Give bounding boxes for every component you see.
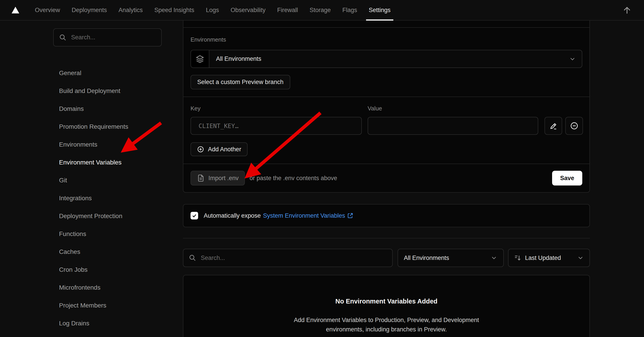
- auto-expose-checkbox[interactable]: [190, 212, 198, 219]
- save-button[interactable]: Save: [552, 171, 582, 185]
- sidebar-search-input[interactable]: [71, 34, 156, 41]
- import-env-button[interactable]: Import .env: [190, 171, 245, 185]
- card-divider: [183, 27, 590, 28]
- sidebar-item-integrations[interactable]: Integrations: [53, 189, 178, 207]
- sidebar-search-box[interactable]: [53, 28, 162, 46]
- sidebar-item-build-and-deployment[interactable]: Build and Deployment: [53, 82, 178, 100]
- plus-circle-icon: [197, 145, 204, 153]
- empty-state-card: No Environment Variables Added Add Envir…: [183, 275, 590, 337]
- sidebar-item-functions[interactable]: Functions: [53, 225, 178, 243]
- import-env-label: Import .env: [208, 175, 238, 182]
- paste-hint-text: or paste the .env contents above: [250, 171, 337, 185]
- top-nav: Overview Deployments Analytics Speed Ins…: [0, 0, 644, 20]
- tab-firewall[interactable]: Firewall: [271, 0, 304, 20]
- sidebar-item-cron-jobs[interactable]: Cron Jobs: [53, 261, 178, 279]
- search-icon: [189, 254, 196, 262]
- file-text-icon: [197, 174, 205, 182]
- tab-analytics[interactable]: Analytics: [113, 0, 148, 20]
- section-divider: [183, 238, 590, 238]
- tab-flags[interactable]: Flags: [336, 0, 363, 20]
- add-another-button[interactable]: Add Another: [190, 142, 248, 156]
- auto-expose-card: Automatically expose System Environment …: [183, 204, 590, 227]
- environments-select-value: All Environments: [209, 55, 569, 62]
- sidebar-item-environment-variables[interactable]: Environment Variables: [53, 154, 178, 171]
- sidebar-item-log-drains[interactable]: Log Drains: [53, 315, 178, 332]
- arrow-up-icon: [622, 5, 632, 15]
- scroll-to-top-button[interactable]: [622, 5, 632, 16]
- environment-variables-main: Environments All Environments Select a: [183, 20, 590, 337]
- sidebar-item-promotion-requirements[interactable]: Promotion Requirements: [53, 118, 178, 136]
- sidebar-item-deployment-protection[interactable]: Deployment Protection: [53, 207, 178, 225]
- settings-sidebar: General Build and Deployment Domains Pro…: [0, 20, 183, 337]
- empty-state-text-line1: Add Environment Variables to Production,…: [183, 315, 590, 325]
- system-env-vars-link[interactable]: System Environment Variables: [263, 212, 354, 219]
- env-var-editor-card: Environments All Environments Select a: [183, 20, 590, 193]
- remove-row-button[interactable]: [565, 117, 583, 135]
- tab-observability[interactable]: Observability: [225, 0, 271, 20]
- key-label: Key: [190, 105, 200, 112]
- sidebar-item-environments[interactable]: Environments: [53, 136, 178, 154]
- tab-settings[interactable]: Settings: [363, 0, 396, 20]
- sort-dropdown[interactable]: Last Updated: [508, 249, 590, 267]
- card-footer-divider: [183, 164, 590, 164]
- sidebar-item-microfrontends[interactable]: Microfrontends: [53, 279, 178, 297]
- minus-circle-icon: [570, 121, 579, 130]
- tab-speed-insights[interactable]: Speed Insights: [148, 0, 200, 20]
- settings-nav-list: General Build and Deployment Domains Pro…: [53, 64, 178, 332]
- sidebar-item-domains[interactable]: Domains: [53, 100, 178, 118]
- environments-select[interactable]: All Environments: [190, 50, 582, 68]
- variables-search-box[interactable]: [183, 249, 393, 267]
- vercel-project-settings-page: Overview Deployments Analytics Speed Ins…: [0, 0, 644, 337]
- top-nav-tabs: Overview Deployments Analytics Speed Ins…: [29, 0, 396, 20]
- sidebar-item-git[interactable]: Git: [53, 171, 178, 189]
- variables-search-input[interactable]: [200, 254, 387, 262]
- tab-deployments[interactable]: Deployments: [66, 0, 113, 20]
- card-divider: [183, 96, 590, 97]
- environment-filter-value: All Environments: [404, 255, 490, 262]
- tab-logs[interactable]: Logs: [200, 0, 225, 20]
- search-icon: [59, 34, 67, 41]
- value-label: Value: [368, 105, 382, 112]
- layers-icon: [191, 50, 209, 67]
- edit-value-button[interactable]: [544, 117, 562, 135]
- environments-label: Environments: [190, 36, 226, 43]
- empty-state-text-line2: environments, including branches in Prev…: [183, 325, 590, 334]
- select-preview-branch-button[interactable]: Select a custom Preview branch: [190, 75, 290, 89]
- sort-descending-icon: [514, 254, 522, 262]
- environment-filter-dropdown[interactable]: All Environments: [398, 249, 504, 267]
- sidebar-item-general[interactable]: General: [53, 64, 178, 82]
- checkmark-icon: [192, 213, 197, 218]
- add-another-label: Add Another: [208, 146, 241, 153]
- auto-expose-label: Automatically expose: [204, 212, 261, 219]
- sidebar-item-caches[interactable]: Caches: [53, 243, 178, 261]
- tab-storage[interactable]: Storage: [304, 0, 336, 20]
- pencil-icon: [549, 121, 558, 130]
- sidebar-item-project-members[interactable]: Project Members: [53, 297, 178, 315]
- vercel-logo-icon[interactable]: [12, 7, 19, 13]
- tab-overview[interactable]: Overview: [29, 0, 66, 20]
- chevron-down-icon: [490, 254, 498, 262]
- key-input[interactable]: [190, 117, 362, 135]
- system-env-vars-link-label: System Environment Variables: [263, 212, 345, 219]
- chevron-down-icon: [577, 254, 584, 262]
- value-input[interactable]: [368, 117, 538, 135]
- external-link-icon: [347, 212, 354, 219]
- chevron-down-icon: [569, 55, 576, 62]
- empty-state-title: No Environment Variables Added: [183, 298, 590, 305]
- sort-value: Last Updated: [525, 255, 573, 262]
